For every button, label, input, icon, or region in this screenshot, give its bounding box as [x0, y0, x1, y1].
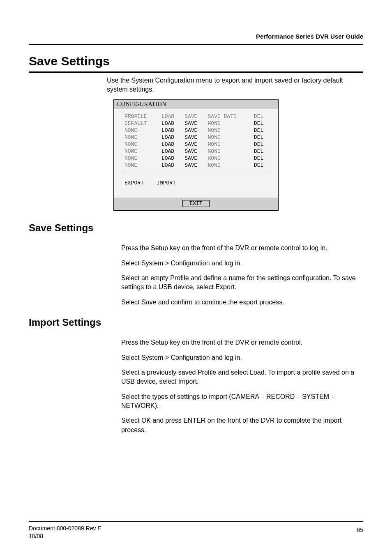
intro-text: Use the System Configuration menu to exp…: [107, 76, 363, 94]
footer-date: 10/08: [29, 533, 43, 539]
cell-profile: NONE: [125, 155, 161, 162]
cell-date: NONE: [208, 120, 254, 127]
cell-del[interactable]: DEL: [254, 162, 272, 169]
cell-load[interactable]: LOAD: [161, 162, 184, 169]
exit-button[interactable]: EXIT: [182, 200, 209, 207]
cell-profile: NONE: [125, 141, 161, 148]
cell-load[interactable]: LOAD: [161, 141, 184, 148]
configuration-panel: CONFIGURATION PROFILE LOAD SAVE SAVE DAT…: [113, 99, 279, 211]
table-row: NONE LOAD SAVE NONE DEL: [125, 148, 272, 155]
cell-load[interactable]: LOAD: [161, 120, 184, 127]
col-profile: PROFILE: [125, 113, 161, 120]
cell-load[interactable]: LOAD: [161, 127, 184, 134]
cell-load[interactable]: LOAD: [161, 134, 184, 141]
cell-date: NONE: [208, 155, 254, 162]
cell-del[interactable]: DEL: [254, 141, 272, 148]
cell-profile: NONE: [125, 148, 161, 155]
footer-left: Document 800-02089 Rev E 10/08: [29, 525, 101, 541]
cell-load[interactable]: LOAD: [161, 148, 184, 155]
col-save: SAVE: [184, 113, 208, 120]
col-load: LOAD: [161, 113, 184, 120]
col-del: DEL: [254, 113, 272, 120]
step-text: Select an empty Profile and define a nam…: [121, 274, 363, 292]
import-button[interactable]: IMPORT: [157, 180, 176, 186]
cell-profile: NONE: [125, 134, 161, 141]
step-text: Select the types of settings to import (…: [121, 392, 363, 411]
configuration-table: PROFILE LOAD SAVE SAVE DATE DEL DEFAULT …: [125, 113, 272, 169]
step-text: Select System > Configuration and log in…: [121, 353, 363, 362]
step-text: Select Save and confirm to continue the …: [121, 298, 363, 307]
cell-profile: NONE: [125, 127, 161, 134]
footer-page-number: 65: [357, 527, 363, 533]
page-title: Save Settings: [29, 54, 363, 68]
cell-save[interactable]: SAVE: [184, 127, 208, 134]
step-text: Select OK and press ENTER on the front o…: [121, 416, 363, 435]
cell-del[interactable]: DEL: [254, 127, 272, 134]
cell-save[interactable]: SAVE: [184, 141, 208, 148]
cell-profile: DEFAULT: [125, 120, 161, 127]
table-row: NONE LOAD SAVE NONE DEL: [125, 162, 272, 169]
running-header: Performance Series DVR User Guide: [29, 33, 363, 40]
cell-date: NONE: [208, 141, 254, 148]
import-settings-heading: Import Settings: [29, 317, 363, 328]
step-text: Select a previously saved Profile and se…: [121, 368, 363, 387]
cell-date: NONE: [208, 162, 254, 169]
import-settings-steps: Press the Setup key on the front of the …: [121, 338, 363, 435]
table-row: NONE LOAD SAVE NONE DEL: [125, 141, 272, 148]
cell-del[interactable]: DEL: [254, 148, 272, 155]
save-settings-steps: Press the Setup key on the front of the …: [121, 244, 363, 307]
cell-del[interactable]: DEL: [254, 120, 272, 127]
rule-under-title: [29, 71, 363, 73]
table-row: NONE LOAD SAVE NONE DEL: [125, 134, 272, 141]
footer-rule: [29, 521, 363, 522]
cell-del[interactable]: DEL: [254, 134, 272, 141]
configuration-header: CONFIGURATION: [114, 100, 278, 109]
step-text: Select System > Configuration and log in…: [121, 259, 363, 268]
cell-save[interactable]: SAVE: [184, 134, 208, 141]
footer-doc: Document 800-02089 Rev E: [29, 525, 101, 532]
cell-load[interactable]: LOAD: [161, 155, 184, 162]
cell-date: NONE: [208, 148, 254, 155]
cell-profile: NONE: [125, 162, 161, 169]
table-row: NONE LOAD SAVE NONE DEL: [125, 155, 272, 162]
step-text: Press the Setup key on the front of the …: [121, 244, 363, 253]
cell-date: NONE: [208, 127, 254, 134]
configuration-separator: [122, 174, 272, 174]
cell-date: NONE: [208, 134, 254, 141]
cell-del[interactable]: DEL: [254, 155, 272, 162]
cell-save[interactable]: SAVE: [184, 162, 208, 169]
export-button[interactable]: EXPORT: [125, 180, 144, 186]
col-save-date: SAVE DATE: [208, 113, 254, 120]
cell-save[interactable]: SAVE: [184, 120, 208, 127]
table-row: DEFAULT LOAD SAVE NONE DEL: [125, 120, 272, 127]
cell-save[interactable]: SAVE: [184, 148, 208, 155]
rule-under-header: [29, 44, 363, 45]
cell-save[interactable]: SAVE: [184, 155, 208, 162]
step-text: Press the Setup key on the front of the …: [121, 338, 363, 347]
table-header-row: PROFILE LOAD SAVE SAVE DATE DEL: [125, 113, 272, 120]
save-settings-heading: Save Settings: [29, 222, 363, 234]
table-row: NONE LOAD SAVE NONE DEL: [125, 127, 272, 134]
